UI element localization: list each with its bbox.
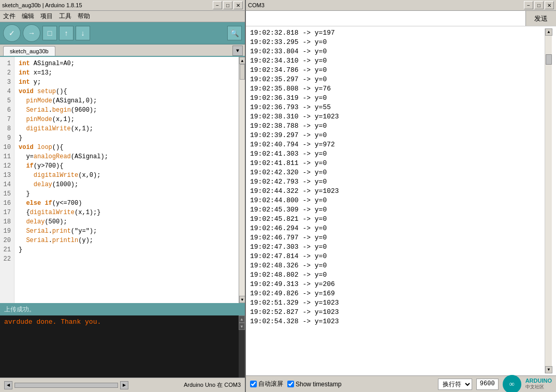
com-input-bar: 发送 [246,11,556,26]
show-timestamp-checkbox[interactable] [287,381,294,387]
line-number: 7 [3,115,11,124]
scroll-up-btn[interactable]: ▲ [239,57,245,64]
com-maximize-btn[interactable]: □ [534,1,544,9]
arduino-minimize-btn[interactable]: − [213,1,222,9]
code-line: Serial.print("y="); [19,227,235,236]
com-output-line: 19:02:45.821 -> y=0 [250,215,545,224]
console-line: avrdude done. Thank you. [4,318,235,327]
menu-file[interactable]: 文件 [3,12,16,21]
show-timestamp-label[interactable]: Show timestamp [287,381,342,388]
line-number: 14 [3,180,11,189]
com-output-line: 19:02:46.294 -> y=0 [250,224,545,233]
com-output-scrollbar[interactable]: ▲ ▼ [545,28,552,373]
arduino-menubar: 文件 编辑 项目 工具 帮助 [0,11,245,22]
auto-scroll-checkbox[interactable] [250,381,257,387]
com-scroll-down-btn[interactable]: ▼ [545,366,552,373]
upload-button[interactable]: → [23,24,40,42]
code-line: pinMode(ASignal,0); [19,96,235,105]
com-send-input[interactable] [246,11,525,26]
com-output-line: 19:02:40.794 -> y=972 [250,140,545,149]
menu-edit[interactable]: 编辑 [22,12,34,21]
console-scrollbar[interactable]: ▲ ▼ [239,315,245,378]
com-output-line: 19:02:42.793 -> y=0 [250,177,545,187]
code-scrollbar[interactable]: ▲ ▼ [239,57,245,303]
console-output: avrdude done. Thank you. [0,315,239,378]
menu-tools[interactable]: 工具 [59,12,71,21]
line-number: 19 [3,227,11,236]
code-line: pinMode(x,1); [19,115,235,124]
com-output: 19:02:32.818 -> y=19719:02:33.295 -> y=0… [246,26,556,375]
line-number: 21 [3,245,11,254]
line-number: 20 [3,236,11,245]
com-send-button[interactable]: 发送 [525,11,556,26]
com-output-line: 19:02:42.320 -> y=0 [250,168,545,177]
console-scroll-up[interactable]: ▲ [239,315,245,323]
line-number: 12 [3,161,11,171]
com-output-line: 19:02:45.309 -> y=0 [250,205,545,215]
console-scroll-down[interactable]: ▼ [239,323,245,330]
com-panel: 发送 19:02:32.818 -> y=19719:02:33.295 -> … [246,11,556,392]
arduino-logo: ∞ [503,375,521,393]
com-title: COM3 [248,2,265,8]
save-button[interactable]: ↓ [76,26,90,40]
code-line: delay(1000); [19,180,235,189]
line-number: 1 [3,59,11,68]
com-output-line: 19:02:44.322 -> y=1023 [250,187,545,196]
scroll-left-btn[interactable]: ◀ [4,381,12,389]
arduino-bottom-bar: ◀ ▶ Arduino Uno 在 COM3 [0,378,245,392]
com-output-line: 19:02:34.310 -> y=0 [250,56,545,66]
verify-button[interactable]: ✓ [3,24,21,42]
com-output-line: 19:02:47.303 -> y=0 [250,243,545,252]
com-win-controls: − □ ✕ [524,1,554,9]
code-line: delay(500); [19,217,235,227]
com-output-line: 19:02:36.319 -> y=0 [250,94,545,103]
com-output-line: 19:02:46.797 -> y=0 [250,233,545,243]
menu-help[interactable]: 帮助 [78,12,90,21]
com-output-line: 19:02:38.788 -> y=0 [250,122,545,131]
arduino-maximize-btn[interactable]: □ [223,1,232,9]
code-line: int ASignal=A0; [19,59,235,68]
line-number: 17 [3,208,11,217]
tab-dropdown-btn[interactable]: ▼ [232,46,243,56]
scroll-right-btn[interactable]: ▶ [120,381,128,389]
search-button[interactable]: 🔍 [227,26,242,40]
line-ending-select[interactable]: 换行符 [438,379,472,390]
com-output-line: 19:02:33.804 -> y=0 [250,47,545,56]
code-line: else if(y<=700) [19,199,235,208]
com-output-line: 19:02:41.811 -> y=0 [250,159,545,168]
com-scroll-up-btn[interactable]: ▲ [545,28,552,36]
line-number: 9 [3,133,11,143]
com-close-btn[interactable]: ✕ [545,1,554,9]
line-number: 16 [3,199,11,208]
open-button[interactable]: ↑ [59,26,74,40]
com-output-line: 19:02:35.297 -> y=0 [250,75,545,84]
code-line: Serial.println(y); [19,236,235,245]
com-minimize-btn[interactable]: − [524,1,533,9]
line-number: 10 [3,143,11,152]
scroll-down-btn[interactable]: ▼ [239,296,245,303]
com-output-line: 19:02:39.297 -> y=0 [250,131,545,140]
line-number: 11 [3,152,11,161]
arduino-toolbar: ✓ → □ ↑ ↓ 🔍 [0,22,245,44]
tab-sketch[interactable]: sketch_aug30b [3,46,55,56]
code-content[interactable]: int ASignal=A0;int x=13;int y;void setup… [14,57,239,303]
com-output-line: 19:02:35.808 -> y=76 [250,84,545,94]
auto-scroll-label[interactable]: 自动滚屏 [250,380,283,388]
arduino-logo-text: ARDUINO 中文社区 [525,378,552,390]
upload-status: 上传成功。 [4,305,35,314]
com-output-line: 19:02:49.313 -> y=206 [250,280,545,289]
menu-project[interactable]: 项目 [40,12,53,21]
com-bottom-bar: 自动滚屏 Show timestamp 换行符 9600 ∞ ARDUINO 中… [246,375,556,392]
com-output-line: 19:02:33.295 -> y=0 [250,38,545,47]
com-output-line: 19:02:52.827 -> y=1023 [250,308,545,317]
line-number: 13 [3,171,11,180]
arduino-win-controls: − □ ✕ [213,1,243,9]
line-number: 2 [3,68,11,78]
com-output-line: 19:02:51.329 -> y=1023 [250,298,545,308]
new-button[interactable]: □ [42,26,57,40]
board-port-label: Arduino Uno 在 COM3 [184,381,241,389]
line-number: 3 [3,78,11,87]
code-line: } [19,245,235,254]
arduino-close-btn[interactable]: ✕ [233,1,243,9]
com-output-line: 19:02:36.793 -> y=55 [250,103,545,112]
